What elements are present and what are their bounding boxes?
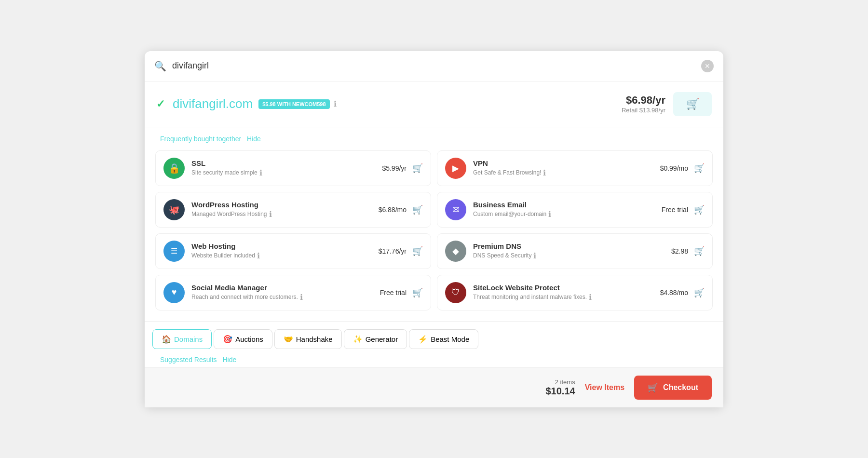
social-info-icon[interactable]: ℹ xyxy=(300,293,303,302)
vpn-price: $0.99/mo xyxy=(660,164,688,172)
web-add-cart-button[interactable]: 🛒 xyxy=(412,246,423,256)
wordpress-info-icon[interactable]: ℹ xyxy=(269,210,272,219)
handshake-tab-icon: 🤝 xyxy=(284,335,293,344)
search-icon: 🔍 xyxy=(154,60,166,72)
tab-beast-mode[interactable]: ⚡ Beast Mode xyxy=(409,329,478,349)
email-icon: ✉ xyxy=(445,199,466,220)
view-items-button[interactable]: View Items xyxy=(585,383,624,392)
products-grid: 🔒 SSL Site security made simple ℹ $5.99/… xyxy=(145,148,723,321)
sitelock-info-icon[interactable]: ℹ xyxy=(589,293,592,302)
generator-tab-icon: ✨ xyxy=(353,335,363,344)
wordpress-name: WordPress Hosting xyxy=(191,201,379,209)
ssl-add-cart-button[interactable]: 🛒 xyxy=(412,163,423,174)
email-add-cart-button[interactable]: 🛒 xyxy=(694,204,705,215)
tab-generator[interactable]: ✨ Generator xyxy=(344,329,407,349)
cart-items-count: 2 items xyxy=(546,378,575,386)
auctions-tab-icon: 🎯 xyxy=(223,335,232,344)
sitelock-add-cart-button[interactable]: 🛒 xyxy=(694,287,705,298)
email-desc: Custom email@your-domain ℹ xyxy=(473,210,662,219)
tab-generator-label: Generator xyxy=(366,335,398,343)
product-social: ♥ Social Media Manager Reach and connect… xyxy=(155,275,431,310)
email-info-icon[interactable]: ℹ xyxy=(548,210,551,219)
sitelock-name: SiteLock Website Protect xyxy=(473,283,660,292)
ssl-price: $5.99/yr xyxy=(382,164,407,172)
product-vpn: ▶ VPN Get Safe & Fast Browsing! ℹ $0.99/… xyxy=(437,150,713,186)
email-name: Business Email xyxy=(473,201,662,209)
email-info: Business Email Custom email@your-domain … xyxy=(473,201,662,219)
social-desc: Reach and connect with more customers. ℹ xyxy=(191,293,380,302)
web-price-section: $17.76/yr 🛒 xyxy=(379,246,423,256)
vpn-add-cart-button[interactable]: 🛒 xyxy=(694,163,705,174)
social-info: Social Media Manager Reach and connect w… xyxy=(191,283,380,302)
cart-summary: 2 items $10.14 xyxy=(546,378,575,397)
product-wordpress: 🐙 WordPress Hosting Managed WordPress Ho… xyxy=(155,192,431,228)
sitelock-price: $4.88/mo xyxy=(660,289,688,296)
product-web-hosting: ☰ Web Hosting Website Builder included ℹ… xyxy=(155,233,431,269)
vpn-desc: Get Safe & Fast Browsing! ℹ xyxy=(473,168,660,177)
sitelock-price-section: $4.88/mo 🛒 xyxy=(660,287,705,298)
wordpress-info: WordPress Hosting Managed WordPress Host… xyxy=(191,201,379,219)
frequently-bought-label: Frequently bought together Hide xyxy=(145,127,723,148)
checkout-button[interactable]: 🛒 Checkout xyxy=(634,376,712,400)
tab-domains[interactable]: 🏠 Domains xyxy=(152,329,212,349)
wordpress-price-section: $6.88/mo 🛒 xyxy=(379,204,423,215)
web-info: Web Hosting Website Builder included ℹ xyxy=(191,242,379,260)
tab-domains-label: Domains xyxy=(174,335,203,343)
web-price: $17.76/yr xyxy=(379,247,407,255)
clear-button[interactable]: ✕ xyxy=(701,60,714,72)
dns-price: $2.98 xyxy=(671,247,688,255)
dns-add-cart-button[interactable]: 🛒 xyxy=(694,246,705,256)
search-input[interactable] xyxy=(172,61,701,71)
social-add-cart-button[interactable]: 🛒 xyxy=(412,287,423,298)
social-price: Free trial xyxy=(380,289,407,296)
tab-auctions[interactable]: 🎯 Auctions xyxy=(214,329,272,349)
ssl-icon: 🔒 xyxy=(163,158,185,179)
domain-price-section: $6.98/yr Retail $13.98/yr 🛒 xyxy=(622,92,712,116)
web-info-icon[interactable]: ℹ xyxy=(257,251,260,260)
social-name: Social Media Manager xyxy=(191,283,380,292)
dns-info-icon[interactable]: ℹ xyxy=(533,251,536,260)
wp-icon: 🐙 xyxy=(163,199,185,220)
product-email: ✉ Business Email Custom email@your-domai… xyxy=(437,192,713,228)
ssl-name: SSL xyxy=(191,159,382,167)
sitelock-info: SiteLock Website Protect Threat monitori… xyxy=(473,283,660,302)
tab-handshake[interactable]: 🤝 Handshake xyxy=(274,329,342,349)
dns-price-section: $2.98 🛒 xyxy=(671,246,705,256)
suggested-results-label: Suggested Results Hide xyxy=(145,349,723,367)
domain-add-to-cart-button[interactable]: 🛒 xyxy=(673,92,712,116)
vpn-info-icon[interactable]: ℹ xyxy=(543,168,546,177)
domains-tab-icon: 🏠 xyxy=(162,335,171,344)
domain-result: ✓ divifangirl.com $5.98 WITH NEWCOM598 ℹ… xyxy=(145,81,723,127)
wordpress-add-cart-button[interactable]: 🛒 xyxy=(412,204,423,215)
hide-frequently-bought[interactable]: Hide xyxy=(247,135,261,143)
cart-total: $10.14 xyxy=(546,386,575,397)
main-container: 🔍 ✕ ✓ divifangirl.com $5.98 WITH NEWCOM5… xyxy=(145,51,723,407)
checkmark-icon: ✓ xyxy=(156,98,165,110)
wordpress-desc: Managed WordPress Hosting ℹ xyxy=(191,210,379,219)
product-ssl: 🔒 SSL Site security made simple ℹ $5.99/… xyxy=(155,150,431,186)
social-price-section: Free trial 🛒 xyxy=(380,287,423,298)
beast-mode-tab-icon: ⚡ xyxy=(418,335,428,344)
email-price: Free trial xyxy=(662,206,688,214)
hide-suggested-button[interactable]: Hide xyxy=(222,356,236,364)
vpn-name: VPN xyxy=(473,159,660,167)
tab-auctions-label: Auctions xyxy=(235,335,263,343)
domain-price-text: $6.98/yr Retail $13.98/yr xyxy=(622,94,665,114)
sitelock-icon: 🛡 xyxy=(445,282,466,303)
web-icon: ☰ xyxy=(163,241,185,262)
footer-bar: 2 items $10.14 View Items 🛒 Checkout xyxy=(145,367,723,407)
wordpress-price: $6.88/mo xyxy=(379,206,407,214)
dns-name: Premium DNS xyxy=(473,242,671,250)
vpn-icon: ▶ xyxy=(445,158,466,179)
domain-price-retail: Retail $13.98/yr xyxy=(622,107,665,114)
info-icon[interactable]: ℹ xyxy=(334,99,337,108)
ssl-info-icon[interactable]: ℹ xyxy=(259,168,262,177)
dns-desc: DNS Speed & Security ℹ xyxy=(473,251,671,260)
domain-name: divifangirl.com xyxy=(173,96,253,111)
dns-icon: ◆ xyxy=(445,241,466,262)
vpn-price-section: $0.99/mo 🛒 xyxy=(660,163,705,174)
vpn-info: VPN Get Safe & Fast Browsing! ℹ xyxy=(473,159,660,177)
product-sitelock: 🛡 SiteLock Website Protect Threat monito… xyxy=(437,275,713,310)
social-icon: ♥ xyxy=(163,282,185,303)
web-name: Web Hosting xyxy=(191,242,379,250)
